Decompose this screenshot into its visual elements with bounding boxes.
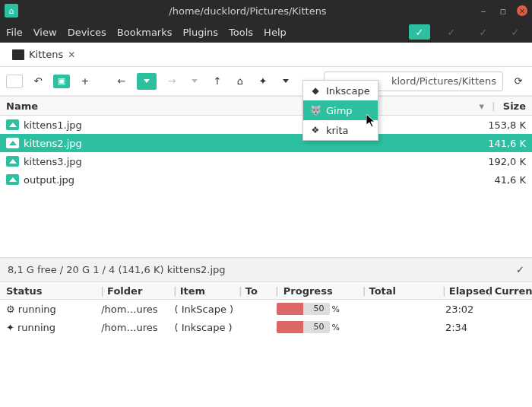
maximize-button[interactable]: ▫ <box>497 5 509 17</box>
home-button[interactable]: ⌂ <box>233 74 248 89</box>
open-folder-button[interactable]: ▣ <box>53 75 70 88</box>
file-name: kittens1.jpg <box>24 119 473 131</box>
folder-icon <box>12 49 24 60</box>
task-progress: 50% <box>277 303 365 315</box>
close-button[interactable]: × <box>517 5 527 16</box>
file-list-header: Name ▾|Size <box>0 96 532 116</box>
menubar: File View Devices Bookmarks Plugins Tool… <box>0 21 532 43</box>
column-name[interactable]: Name <box>6 100 473 112</box>
menu-item-inkscape[interactable]: ◆ Inkscape <box>303 81 378 100</box>
file-size: 192,0 K <box>473 156 526 167</box>
task-item: ( InkScape ) <box>174 304 240 315</box>
task-col-progress[interactable]: |Progress <box>275 285 363 297</box>
file-name: output.jpg <box>24 174 473 186</box>
menu-bookmarks[interactable]: Bookmarks <box>117 27 173 38</box>
confirm-button[interactable]: ✓ <box>409 24 430 40</box>
new-button[interactable]: + <box>78 74 93 89</box>
back-button[interactable]: ← <box>114 74 129 89</box>
back-dropdown[interactable] <box>137 73 157 90</box>
tab-label: Kittens <box>29 49 63 60</box>
titlebar: ⌂ /home/ducklord/Pictures/Kittens – ▫ × <box>0 0 532 21</box>
task-status: running <box>17 322 55 333</box>
refresh-button[interactable]: ⟳ <box>511 74 526 89</box>
statusbar: 8,1 G free / 20 G 1 / 4 (141,6 K) kitten… <box>0 257 532 281</box>
menu-item-label: Inkscape <box>326 85 370 97</box>
gimp-icon: 🐺 <box>309 104 321 116</box>
file-row[interactable]: kittens2.jpg 141,6 K <box>0 134 532 152</box>
task-status: running <box>18 304 56 315</box>
window-title: /home/ducklord/Pictures/Kittens <box>18 5 477 17</box>
menu-file[interactable]: File <box>6 27 23 38</box>
task-col-status[interactable]: Status <box>6 285 100 297</box>
task-col-item[interactable]: |Item <box>173 285 239 297</box>
window-controls: – ▫ × <box>477 5 527 17</box>
menu-item-label: Gimp <box>326 105 353 116</box>
gear-icon: ⚙ <box>6 304 15 315</box>
menu-item-gimp[interactable]: 🐺 Gimp <box>303 100 378 120</box>
file-size: 141,6 K <box>473 138 526 149</box>
file-row[interactable]: kittens1.jpg 153,8 K <box>0 116 532 134</box>
image-icon <box>6 156 19 167</box>
menu-plugins[interactable]: Plugins <box>183 27 219 38</box>
inkscape-icon: ◆ <box>309 84 321 97</box>
krita-icon: ❖ <box>309 124 321 136</box>
check-2[interactable]: ✓ <box>473 24 494 40</box>
file-name: kittens2.jpg <box>24 138 473 149</box>
status-check-icon: ✓ <box>516 264 524 275</box>
file-list-empty[interactable] <box>0 189 532 257</box>
status-text: 8,1 G free / 20 G 1 / 4 (141,6 K) kitten… <box>8 264 226 275</box>
check-1[interactable]: ✓ <box>441 24 462 40</box>
menu-tools[interactable]: Tools <box>229 27 253 38</box>
task-row[interactable]: ✦running /hom…ures ( Inkscape ) 50% 2:34 <box>0 318 532 336</box>
task-folder: /hom…ures <box>101 322 174 333</box>
menu-devices[interactable]: Devices <box>68 27 106 38</box>
task-col-current[interactable]: |Current <box>488 285 526 297</box>
app-launcher-dropdown[interactable] <box>278 74 293 89</box>
tab-kittens[interactable]: Kittens ✕ <box>6 46 81 63</box>
toolbar: ↶ ▣ + ← → ↑ ⌂ ✦ klord/Pictures/Kittens ⟳ <box>0 67 532 96</box>
task-row[interactable]: ⚙running /hom…ures ( InkScape ) 50% 23:0… <box>0 300 532 318</box>
menu-view[interactable]: View <box>33 27 57 38</box>
reload-history-button[interactable]: ↶ <box>30 74 46 89</box>
forward-button[interactable]: → <box>164 74 179 89</box>
tab-close-icon[interactable]: ✕ <box>68 49 75 60</box>
file-size: 41,6 K <box>473 174 526 186</box>
file-row[interactable]: output.jpg 41,6 K <box>0 170 532 189</box>
image-icon <box>6 174 19 185</box>
task-folder: /hom…ures <box>101 304 174 315</box>
file-size: 153,8 K <box>473 119 526 131</box>
check-3[interactable]: ✓ <box>505 24 526 40</box>
menu-item-krita[interactable]: ❖ krita <box>303 120 378 140</box>
task-elapsed: 2:34 <box>445 322 489 333</box>
column-size[interactable]: ▾|Size <box>473 100 526 112</box>
task-elapsed: 23:02 <box>445 304 489 315</box>
app-icon: ⌂ <box>5 4 18 17</box>
open-with-menu: ◆ Inkscape 🐺 Gimp ❖ krita <box>302 80 378 141</box>
up-button[interactable]: ↑ <box>210 74 225 89</box>
image-icon <box>6 119 19 130</box>
file-row[interactable]: kittens3.jpg 192,0 K <box>0 152 532 170</box>
task-item: ( Inkscape ) <box>174 322 240 333</box>
task-col-total[interactable]: |Total <box>363 285 442 297</box>
task-col-elapsed[interactable]: |Elapsed <box>442 285 488 297</box>
image-icon <box>6 138 19 148</box>
app-icon: ✦ <box>6 322 14 333</box>
forward-dropdown[interactable] <box>187 74 202 89</box>
task-col-to[interactable]: |To <box>239 285 275 297</box>
task-progress: 50% <box>277 321 365 333</box>
menu-item-label: krita <box>326 125 349 136</box>
task-header: Status |Folder |Item |To |Progress |Tota… <box>0 281 532 300</box>
minimize-button[interactable]: – <box>477 5 489 17</box>
tabbar: Kittens ✕ <box>0 43 532 67</box>
view-mode-button[interactable] <box>6 75 23 88</box>
file-list: kittens1.jpg 153,8 K kittens2.jpg 141,6 … <box>0 116 532 189</box>
menu-help[interactable]: Help <box>264 27 287 38</box>
file-name: kittens3.jpg <box>24 156 473 167</box>
app-launcher-button[interactable]: ✦ <box>255 74 271 89</box>
path-text: klord/Pictures/Kittens <box>391 75 496 87</box>
task-col-folder[interactable]: |Folder <box>100 285 173 297</box>
